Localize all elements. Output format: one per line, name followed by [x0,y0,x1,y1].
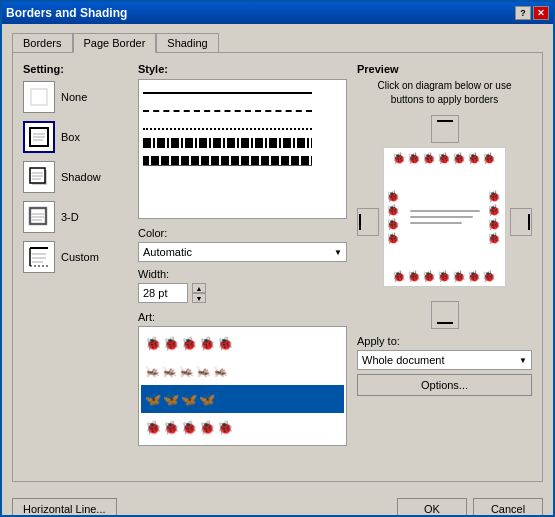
art-section: Art: 🐞🐞🐞🐞🐞 🦗🦗🦗🦗🦗 🦋🦋🦋🦋 🐞🐞🐞🐞🐞 🐟🐟🐟🐟🐟 ♞♞♞♞♞ [138,311,347,446]
preview-label: Preview [357,63,532,75]
tab-borders[interactable]: Borders [12,33,73,53]
border-btn-row-bottom [357,301,532,329]
setting-shadow-icon [23,161,55,193]
art-list[interactable]: 🐞🐞🐞🐞🐞 🦗🦗🦗🦗🦗 🦋🦋🦋🦋 🐞🐞🐞🐞🐞 🐟🐟🐟🐟🐟 ♞♞♞♞♞ [138,326,347,446]
settings-panel: Setting: None [23,63,128,471]
setting-custom-icon [23,241,55,273]
art-list-inner: 🐞🐞🐞🐞🐞 🦗🦗🦗🦗🦗 🦋🦋🦋🦋 🐞🐞🐞🐞🐞 🐟🐟🐟🐟🐟 ♞♞♞♞♞ [139,327,346,446]
border-btn-bottom[interactable] [431,301,459,329]
setting-box-label: Box [61,131,80,143]
art-item-bugs2[interactable]: 🐞🐞🐞🐞🐞 [141,413,344,441]
bottom-bar: Horizontal Line... OK Cancel [2,490,553,517]
color-dropdown[interactable]: Automatic ▼ [138,242,347,262]
setting-box-icon [23,121,55,153]
setting-custom[interactable]: Custom [23,241,128,273]
border-btn-top[interactable] [431,115,459,143]
svg-rect-27 [437,307,453,323]
apply-value: Whole document [362,354,445,366]
setting-none-label: None [61,91,87,103]
tab-shading[interactable]: Shading [156,33,218,53]
art-item-fish[interactable]: 🐟🐟🐟🐟🐟 [141,441,344,446]
preview-hint: Click on diagram below or usebuttons to … [357,79,532,107]
color-label: Color: [138,227,347,239]
help-button[interactable]: ? [515,6,531,20]
svg-rect-23 [360,214,376,230]
border-btn-row-top [357,115,532,143]
settings-label: Setting: [23,63,128,75]
preview-line-1 [410,210,480,212]
setting-shadow-label: Shadow [61,171,101,183]
width-input[interactable] [138,283,188,303]
color-dropdown-arrow: ▼ [334,248,342,257]
width-spinner: ▲ ▼ [192,283,206,303]
title-bar: Borders and Shading ? ✕ [2,2,553,24]
preview-border-top: 🐞🐞🐞🐞🐞🐞🐞 [388,152,501,164]
width-section: Width: ▲ ▼ [138,268,347,303]
close-button[interactable]: ✕ [533,6,549,20]
cancel-button[interactable]: Cancel [473,498,543,517]
tab-bar: Borders Page Border Shading [12,32,543,52]
horizontal-line-button[interactable]: Horizontal Line... [12,498,117,517]
apply-label: Apply to: [357,335,532,347]
dialog-content: Borders Page Border Shading Setting: Non… [2,24,553,490]
svg-rect-0 [31,89,47,105]
preview-border-right: 🐞🐞🐞🐞 [489,164,501,270]
preview-center-content [405,187,485,247]
preview-line-2 [410,216,473,218]
width-spin-up[interactable]: ▲ [192,283,206,293]
options-button[interactable]: Options... [357,374,532,396]
svg-rect-25 [513,214,529,230]
setting-none-icon [23,81,55,113]
preview-lines [410,210,480,224]
style-label: Style: [138,63,347,75]
art-label: Art: [138,311,347,323]
apply-section: Apply to: Whole document ▼ [357,335,532,370]
border-btn-left[interactable] [357,208,379,236]
width-label: Width: [138,268,347,280]
border-btn-right[interactable] [510,208,532,236]
ok-cancel-buttons: OK Cancel [397,498,543,517]
art-item-crickets[interactable]: 🦗🦗🦗🦗🦗 [141,357,344,385]
setting-box[interactable]: Box [23,121,128,153]
setting-custom-label: Custom [61,251,99,263]
borders-and-shading-dialog: Borders and Shading ? ✕ Borders Page Bor… [0,0,555,517]
setting-none[interactable]: None [23,81,128,113]
setting-3d-icon [23,201,55,233]
apply-dropdown[interactable]: Whole document ▼ [357,350,532,370]
color-section: Color: Automatic ▼ [138,227,347,262]
middle-panel: Style: Color: Automatic ▼ [138,63,347,471]
art-item-butterflies[interactable]: 🦋🦋🦋🦋 [141,385,344,413]
preview-border-bottom: 🐞🐞🐞🐞🐞🐞🐞 [388,270,501,282]
title-text: Borders and Shading [6,6,127,20]
setting-3d[interactable]: 3-D [23,201,128,233]
width-control: ▲ ▼ [138,283,347,303]
right-panel: Preview Click on diagram below or usebut… [357,63,532,471]
tab-content-area: Setting: None [12,52,543,482]
art-item-bugs[interactable]: 🐞🐞🐞🐞🐞 [141,329,344,357]
preview-line-3 [410,222,463,224]
apply-dropdown-arrow: ▼ [519,356,527,365]
preview-border-left: 🐞🐞🐞🐞 [388,164,400,270]
color-value: Automatic [143,246,192,258]
tab-page-border[interactable]: Page Border [73,33,157,53]
width-spin-down[interactable]: ▼ [192,293,206,303]
title-bar-controls: ? ✕ [515,6,549,20]
svg-rect-21 [437,121,453,137]
ok-button[interactable]: OK [397,498,467,517]
style-list[interactable] [138,79,347,219]
setting-3d-label: 3-D [61,211,79,223]
setting-shadow[interactable]: Shadow [23,161,128,193]
svg-rect-10 [30,208,46,224]
preview-box[interactable]: 🐞🐞🐞🐞🐞🐞🐞 🐞🐞🐞🐞🐞🐞🐞 🐞🐞🐞🐞 🐞🐞🐞🐞 [383,147,506,287]
